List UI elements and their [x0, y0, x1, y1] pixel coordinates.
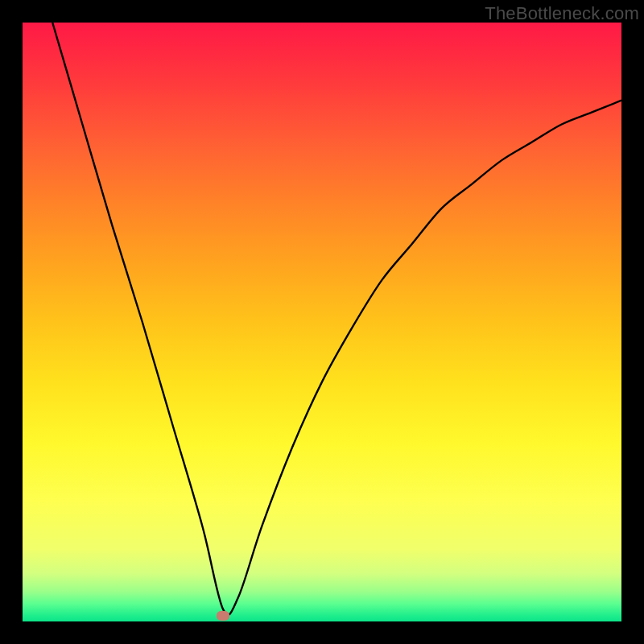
chart-curve-layer [23, 23, 621, 621]
chart-frame: TheBottleneck.com [0, 0, 644, 644]
watermark-text: TheBottleneck.com [485, 3, 639, 24]
bottleneck-curve [52, 23, 621, 615]
marker-dot [217, 611, 229, 621]
